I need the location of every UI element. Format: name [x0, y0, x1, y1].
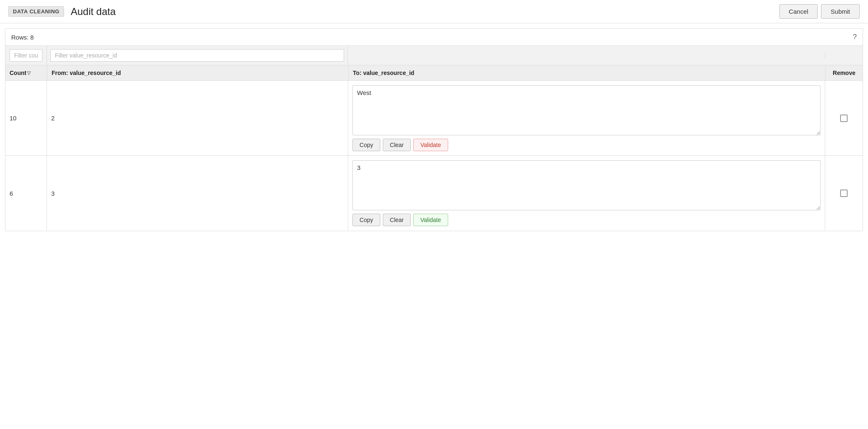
- remove-checkbox-0[interactable]: [840, 115, 848, 122]
- header-actions: Cancel Submit: [779, 4, 860, 19]
- data-rows-container: 10 2 West Copy Clear Validate 6 3 3 Copy: [5, 81, 863, 231]
- main-content: Rows: 8 ? Count ▽ From: value_resource_i…: [0, 28, 868, 231]
- filter-from-cell: [47, 47, 348, 64]
- sort-icon[interactable]: ▽: [27, 70, 30, 76]
- cell-count-0: 10: [5, 81, 47, 155]
- help-icon[interactable]: ?: [853, 33, 857, 41]
- app-header: DATA CLEANING Audit data Cancel Submit: [0, 0, 868, 23]
- app-badge: DATA CLEANING: [8, 6, 64, 17]
- filter-remove-cell: [825, 53, 863, 58]
- copy-button-0[interactable]: Copy: [352, 139, 380, 151]
- rows-count-label: Rows: 8: [11, 34, 34, 41]
- to-textarea-1[interactable]: 3: [352, 160, 821, 210]
- cell-count-1: 6: [5, 156, 47, 231]
- submit-button[interactable]: Submit: [821, 4, 860, 19]
- to-textarea-0[interactable]: West: [352, 85, 821, 135]
- col-header-count: Count ▽: [5, 65, 47, 80]
- filter-count-input[interactable]: [10, 49, 42, 62]
- cell-to-1: 3 Copy Clear Validate: [348, 156, 825, 231]
- filter-to-cell: [348, 53, 825, 58]
- cell-remove-0: [825, 81, 863, 155]
- row-buttons-0: Copy Clear Validate: [352, 139, 821, 151]
- audit-table: Rows: 8 ? Count ▽ From: value_resource_i…: [5, 28, 863, 231]
- row-buttons-1: Copy Clear Validate: [352, 214, 821, 226]
- cancel-button[interactable]: Cancel: [779, 4, 818, 19]
- validate-button-0[interactable]: Validate: [413, 139, 448, 151]
- cell-from-0: 2: [47, 81, 348, 155]
- filter-from-input[interactable]: [50, 49, 344, 62]
- copy-button-1[interactable]: Copy: [352, 214, 380, 226]
- cell-to-0: West Copy Clear Validate: [348, 81, 825, 155]
- cell-from-1: 3: [47, 156, 348, 231]
- cell-remove-1: [825, 156, 863, 231]
- col-header-from: From: value_resource_id: [47, 65, 348, 80]
- clear-button-0[interactable]: Clear: [383, 139, 411, 151]
- clear-button-1[interactable]: Clear: [383, 214, 411, 226]
- col-header-remove: Remove: [825, 65, 863, 80]
- page-title: Audit data: [71, 6, 779, 17]
- table-row: 10 2 West Copy Clear Validate: [5, 81, 863, 156]
- rows-bar: Rows: 8 ?: [5, 29, 863, 46]
- filter-count-cell: [5, 46, 47, 65]
- column-header-row: Count ▽ From: value_resource_id To: valu…: [5, 65, 863, 81]
- col-header-to: To: value_resource_id: [348, 65, 825, 80]
- remove-checkbox-1[interactable]: [840, 190, 848, 197]
- filter-row: [5, 46, 863, 65]
- validate-button-1[interactable]: Validate: [413, 214, 448, 226]
- table-row: 6 3 3 Copy Clear Validate: [5, 156, 863, 231]
